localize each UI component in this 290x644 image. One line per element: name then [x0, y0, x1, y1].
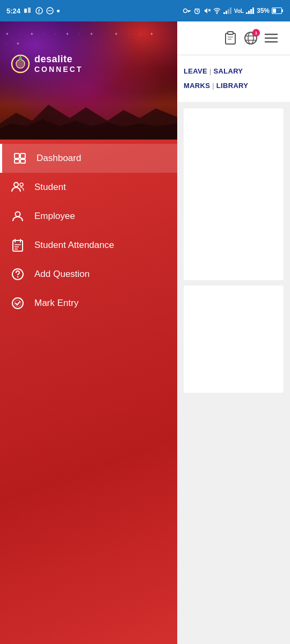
sidebar: desalite CONNECT: [0, 21, 177, 644]
question-icon: [11, 267, 25, 281]
svg-point-42: [20, 183, 23, 186]
mountain-silhouette: [0, 97, 177, 140]
separator-2: |: [212, 79, 214, 92]
svg-rect-30: [273, 9, 276, 13]
quick-link-library[interactable]: LIBRARY: [216, 79, 248, 92]
svg-rect-37: [15, 153, 19, 158]
svg-rect-31: [282, 10, 283, 12]
time-display: 5:24: [6, 7, 20, 15]
sidebar-item-add-question[interactable]: Add Question: [0, 260, 177, 289]
student-label: Student: [34, 182, 66, 193]
svg-point-7: [51, 10, 52, 11]
svg-point-20: [216, 13, 218, 14]
svg-point-43: [16, 212, 20, 217]
svg-point-52: [12, 298, 23, 309]
sidebar-item-mark-entry[interactable]: Mark Entry: [0, 289, 177, 318]
svg-rect-24: [230, 8, 231, 14]
content-panel: 1 LEAVE | SALARY MARKS | LIBRARY: [177, 21, 290, 644]
status-left: 5:24 f: [6, 7, 60, 15]
globe-button[interactable]: 1: [241, 28, 261, 48]
sidebar-hero: desalite CONNECT: [0, 21, 177, 140]
status-bar: 5:24 f: [0, 0, 290, 21]
quick-link-leave[interactable]: LEAVE: [184, 65, 207, 77]
svg-point-5: [48, 10, 49, 11]
logo-brand: desalite: [34, 54, 83, 65]
notification-badge: 1: [252, 29, 260, 36]
sidebar-item-dashboard[interactable]: Dashboard: [0, 144, 177, 173]
svg-rect-44: [13, 240, 23, 251]
navigation-menu: Dashboard Student: [0, 140, 177, 644]
svg-rect-40: [20, 159, 25, 163]
sidebar-item-attendance[interactable]: Student Attendance: [0, 231, 177, 260]
svg-point-51: [17, 276, 18, 277]
svg-rect-26: [248, 11, 250, 14]
content-body: [177, 102, 290, 644]
svg-rect-22: [226, 11, 227, 14]
svg-rect-0: [24, 9, 27, 13]
svg-rect-28: [252, 8, 254, 14]
quick-links-section: LEAVE | SALARY MARKS | LIBRARY: [177, 55, 290, 102]
logo-product: CONNECT: [34, 65, 83, 74]
sim-icon: [24, 7, 32, 14]
dashboard-icon: [13, 151, 27, 165]
fb-icon: f: [35, 7, 43, 14]
employee-label: Employee: [34, 211, 75, 222]
attendance-icon: [11, 238, 25, 252]
svg-rect-55: [228, 32, 233, 34]
quick-link-row-1: LEAVE | SALARY: [184, 65, 284, 77]
svg-line-14: [197, 11, 198, 12]
hero-background: desalite CONNECT: [0, 21, 177, 140]
menu-button[interactable]: [261, 28, 281, 48]
network-label: VoL: [234, 8, 244, 14]
wifi-icon: [213, 7, 221, 14]
attendance-label: Student Attendance: [34, 240, 114, 251]
svg-point-41: [14, 182, 18, 187]
svg-rect-27: [250, 9, 252, 14]
content-card-2: [184, 286, 284, 393]
svg-rect-25: [246, 12, 248, 14]
alarm-icon: [193, 7, 201, 14]
battery-icon: [272, 8, 284, 14]
app-logo: desalite CONNECT: [11, 54, 83, 74]
employee-icon: [11, 209, 25, 223]
sidebar-item-student[interactable]: Student: [0, 173, 177, 202]
svg-text:f: f: [38, 9, 40, 14]
clipboard-button[interactable]: [220, 28, 241, 48]
content-card-1: [184, 108, 284, 280]
svg-point-6: [49, 10, 50, 11]
logo-icon: [11, 54, 30, 74]
separator-1: |: [209, 65, 212, 77]
svg-rect-21: [223, 12, 225, 14]
quick-link-row-2: MARKS | LIBRARY: [184, 79, 284, 92]
quick-link-salary[interactable]: SALARY: [214, 65, 243, 77]
add-question-label: Add Question: [34, 269, 90, 280]
content-header: 1: [177, 21, 290, 55]
battery-percent: 35%: [257, 7, 270, 14]
menu-icon: [264, 32, 278, 44]
quick-link-marks[interactable]: MARKS: [184, 79, 210, 92]
svg-rect-39: [15, 159, 19, 163]
mark-entry-label: Mark Entry: [34, 298, 78, 309]
svg-marker-17: [205, 8, 207, 13]
svg-point-33: [16, 60, 25, 68]
svg-rect-38: [20, 153, 25, 158]
svg-point-8: [183, 9, 187, 13]
msg-icon: [46, 7, 54, 14]
svg-rect-23: [228, 9, 229, 14]
status-right: VoL 35%: [183, 7, 284, 14]
dashboard-label: Dashboard: [37, 153, 81, 164]
key-icon: [183, 7, 191, 14]
signal2-icon: [246, 7, 255, 14]
main-layout: desalite CONNECT: [0, 21, 290, 644]
dot-indicator: [57, 10, 60, 12]
mark-icon: [11, 296, 25, 310]
sidebar-item-employee[interactable]: Employee: [0, 202, 177, 231]
clipboard-icon: [223, 31, 238, 46]
mute-icon: [203, 7, 211, 14]
student-icon: [11, 180, 25, 194]
svg-rect-1: [28, 8, 31, 13]
signal-icon: [223, 7, 232, 14]
